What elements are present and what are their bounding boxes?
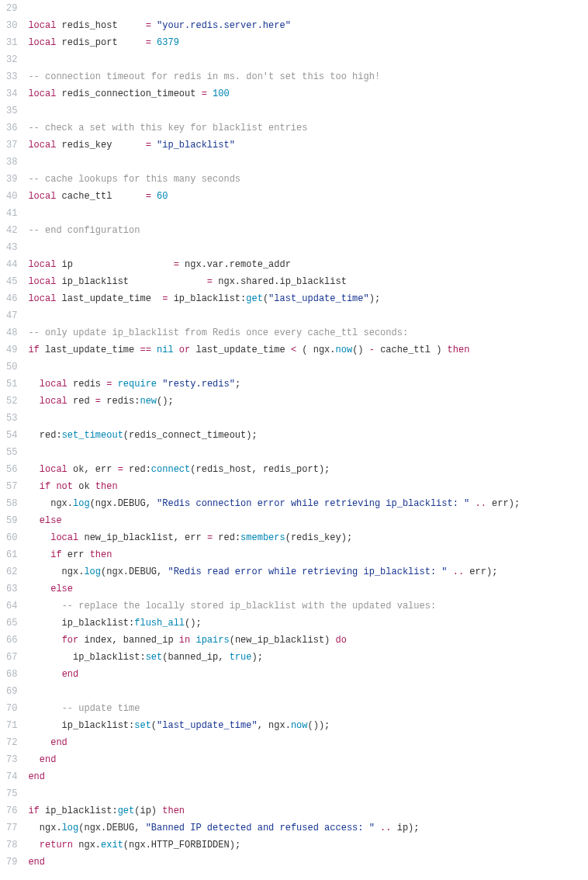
code-line: ngx.log(ngx.DEBUG, "Redis read error whi…: [28, 563, 582, 580]
line-number: 75: [6, 785, 17, 802]
line-number: 37: [6, 137, 17, 154]
code-line: -- check a set with this key for blackli…: [28, 120, 582, 137]
code-line: ip_blacklist:flush_all();: [28, 615, 582, 632]
line-number: 54: [6, 427, 17, 444]
line-number: 57: [6, 478, 17, 495]
code-line: local ok, err = red:connect(redis_host, …: [28, 461, 582, 478]
code-line: [28, 205, 582, 222]
line-number: 33: [6, 68, 17, 85]
code-line: local redis_connection_timeout = 100: [28, 85, 582, 102]
line-number: 40: [6, 188, 17, 205]
line-number: 39: [6, 171, 17, 188]
code-line: -- only update ip_blacklist from Redis o…: [28, 324, 582, 341]
line-number: 78: [6, 837, 17, 854]
line-number: 63: [6, 580, 17, 598]
line-number: 53: [6, 410, 17, 427]
code-line: [28, 51, 582, 68]
code-line: -- connection timeout for redis in ms. d…: [28, 68, 582, 85]
line-number: 46: [6, 290, 17, 307]
line-number: 66: [6, 632, 17, 649]
line-number: 38: [6, 154, 17, 171]
code-line: local ip = ngx.var.remote_addr: [28, 256, 582, 273]
line-number: 29: [6, 0, 17, 17]
line-number: 31: [6, 34, 17, 51]
line-number: 76: [6, 802, 17, 819]
code-line: else: [28, 580, 582, 598]
code-content[interactable]: local redis_host = "your.redis.server.he…: [28, 0, 588, 871]
line-number: 35: [6, 102, 17, 120]
code-line: ip_blacklist:set(banned_ip, true);: [28, 649, 582, 666]
code-line: if err then: [28, 546, 582, 563]
code-line: [28, 444, 582, 461]
line-number: 77: [6, 819, 17, 837]
line-number: 65: [6, 615, 17, 632]
code-line: local ip_blacklist = ngx.shared.ip_black…: [28, 273, 582, 290]
code-line: end: [28, 666, 582, 683]
line-number: 48: [6, 324, 17, 341]
line-number: 30: [6, 17, 17, 34]
code-line: if last_update_time == nil or last_updat…: [28, 341, 582, 359]
line-number: 45: [6, 273, 17, 290]
line-number: 52: [6, 393, 17, 410]
line-number: 72: [6, 734, 17, 751]
code-line: local red = redis:new();: [28, 393, 582, 410]
code-line: [28, 410, 582, 427]
code-line: local last_update_time = ip_blacklist:ge…: [28, 290, 582, 307]
code-line: -- cache lookups for this many seconds: [28, 171, 582, 188]
code-line: end: [28, 854, 582, 871]
line-number: 34: [6, 85, 17, 102]
code-line: if not ok then: [28, 478, 582, 495]
code-line: [28, 359, 582, 376]
line-number: 64: [6, 598, 17, 615]
code-line: local redis = require "resty.redis";: [28, 376, 582, 393]
line-number: 32: [6, 51, 17, 68]
code-line: end: [28, 768, 582, 785]
code-line: red:set_timeout(redis_connect_timeout);: [28, 427, 582, 444]
line-number: 42: [6, 222, 17, 239]
code-line: ip_blacklist:set("last_update_time", ngx…: [28, 717, 582, 734]
line-number: 41: [6, 205, 17, 222]
code-block: 2930313233343536373839404142434445464748…: [0, 0, 588, 871]
line-number: 60: [6, 529, 17, 546]
code-line: [28, 154, 582, 171]
code-line: local cache_ttl = 60: [28, 188, 582, 205]
line-number: 68: [6, 666, 17, 683]
code-line: local new_ip_blacklist, err = red:smembe…: [28, 529, 582, 546]
line-number: 50: [6, 359, 17, 376]
line-number: 69: [6, 683, 17, 700]
code-line: ngx.log(ngx.DEBUG, "Banned IP detected a…: [28, 819, 582, 837]
code-line: -- replace the locally stored ip_blackli…: [28, 598, 582, 615]
line-number: 62: [6, 563, 17, 580]
line-number: 56: [6, 461, 17, 478]
code-line: [28, 102, 582, 120]
code-line: -- end configuration: [28, 222, 582, 239]
line-number-gutter: 2930313233343536373839404142434445464748…: [0, 0, 28, 871]
code-line: local redis_host = "your.redis.server.he…: [28, 17, 582, 34]
code-line: -- update time: [28, 700, 582, 717]
code-line: [28, 0, 582, 17]
line-number: 49: [6, 341, 17, 359]
code-line: if ip_blacklist:get(ip) then: [28, 802, 582, 819]
code-line: [28, 683, 582, 700]
line-number: 51: [6, 376, 17, 393]
code-line: [28, 307, 582, 324]
line-number: 67: [6, 649, 17, 666]
code-line: [28, 785, 582, 802]
code-line: ngx.log(ngx.DEBUG, "Redis connection err…: [28, 495, 582, 512]
line-number: 79: [6, 854, 17, 871]
code-line: return ngx.exit(ngx.HTTP_FORBIDDEN);: [28, 837, 582, 854]
line-number: 73: [6, 751, 17, 768]
line-number: 58: [6, 495, 17, 512]
code-line: end: [28, 751, 582, 768]
line-number: 43: [6, 239, 17, 256]
code-line: end: [28, 734, 582, 751]
line-number: 36: [6, 120, 17, 137]
line-number: 47: [6, 307, 17, 324]
line-number: 55: [6, 444, 17, 461]
code-line: local redis_port = 6379: [28, 34, 582, 51]
line-number: 59: [6, 512, 17, 529]
code-line: else: [28, 512, 582, 529]
code-line: for index, banned_ip in ipairs(new_ip_bl…: [28, 632, 582, 649]
line-number: 44: [6, 256, 17, 273]
line-number: 74: [6, 768, 17, 785]
